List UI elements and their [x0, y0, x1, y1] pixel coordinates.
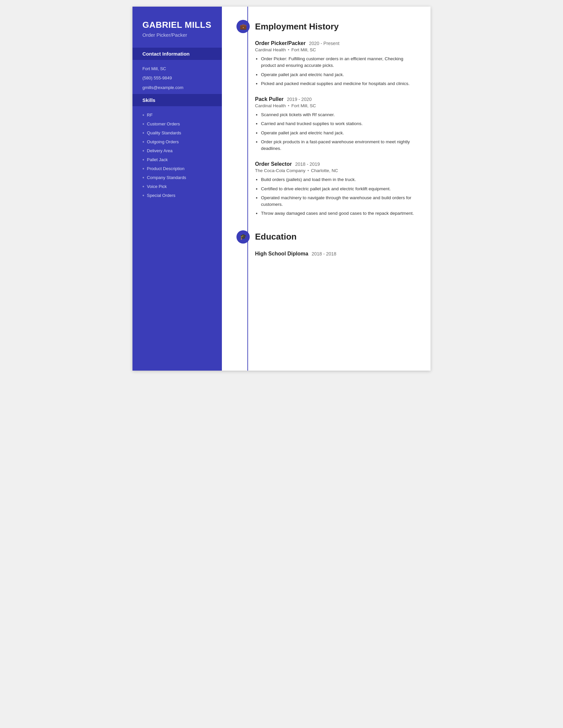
employment-section: 💼 Employment History Order Picker/Packer… — [236, 20, 416, 217]
job-location: Charlotte, NC — [311, 168, 338, 173]
skill-item: Voice Pick — [142, 184, 212, 190]
job-bullet: Operate pallet jack and electric hand ja… — [261, 130, 416, 136]
skills-section-header: Skills — [132, 94, 222, 106]
job-block: Pack Puller2019 - 2020Cardinal Health•Fo… — [236, 96, 416, 152]
job-location: Fort Mill, SC — [292, 103, 316, 108]
skill-item: RF — [142, 112, 212, 118]
employment-title: Employment History — [255, 22, 339, 32]
job-bullets-list: Scanned pick tickets with Rf scanner.Car… — [255, 112, 416, 152]
job-dates: 2019 - 2020 — [287, 97, 312, 102]
employment-header-row: 💼 Employment History — [236, 20, 416, 33]
contact-section-header: Contact Information — [132, 48, 222, 60]
job-block: Order Selector2018 - 2019The Coca-Cola C… — [236, 161, 416, 217]
job-dates: 2020 - Present — [309, 41, 340, 46]
separator-icon: • — [288, 47, 290, 52]
contact-location: Fort Mill, SC — [142, 66, 212, 72]
job-bullet: Throw away damaged cases and send good c… — [261, 210, 416, 217]
edu-dates: 2018 - 2018 — [312, 251, 337, 256]
candidate-name: GABRIEL MILLS — [142, 20, 212, 30]
job-bullet: Picked and packed medical supplies and m… — [261, 80, 416, 87]
job-bullets-list: Order Picker: Fulfilling customer orders… — [255, 56, 416, 87]
jobs-container: Order Picker/Packer2020 - PresentCardina… — [236, 40, 416, 217]
edu-degree: High School Diploma — [255, 251, 308, 257]
job-bullet: Operated machinery to navigate through t… — [261, 195, 416, 208]
job-company: Cardinal Health — [255, 103, 286, 108]
education-container: High School Diploma2018 - 2018 — [236, 251, 416, 257]
job-bullet: Carried and hand trucked supplies to wor… — [261, 120, 416, 127]
main-content: 💼 Employment History Order Picker/Packer… — [222, 7, 431, 371]
skill-item: Quality Standards — [142, 130, 212, 136]
job-company: The Coca-Cola Company — [255, 168, 305, 173]
job-bullets-list: Build orders (pallets) and load them in … — [255, 176, 416, 217]
resume-container: GABRIEL MILLS Order Picker/Packer Contac… — [132, 7, 431, 371]
skill-item: Customer Orders — [142, 121, 212, 127]
job-company-row: Cardinal Health•Fort Mill, SC — [255, 47, 416, 52]
job-dates: 2018 - 2019 — [295, 161, 320, 167]
job-title-row: Pack Puller2019 - 2020 — [255, 96, 416, 102]
job-bullet: Scanned pick tickets with Rf scanner. — [261, 112, 416, 118]
job-title: Pack Puller — [255, 96, 284, 102]
job-company-row: Cardinal Health•Fort Mill, SC — [255, 103, 416, 108]
contact-email: gmills@example.com — [142, 85, 212, 91]
job-block: Order Picker/Packer2020 - PresentCardina… — [236, 40, 416, 87]
skill-item: Special Orders — [142, 193, 212, 199]
edu-block: High School Diploma2018 - 2018 — [236, 251, 416, 257]
briefcase-icon: 💼 — [236, 20, 250, 33]
job-location: Fort Mill, SC — [292, 47, 316, 52]
skill-item: Product Description — [142, 166, 212, 172]
education-section: 🎓 Education High School Diploma2018 - 20… — [236, 230, 416, 257]
education-header-row: 🎓 Education — [236, 230, 416, 244]
education-title: Education — [255, 232, 297, 242]
skill-item: Outgoing Orders — [142, 139, 212, 145]
job-company: Cardinal Health — [255, 47, 286, 52]
sidebar: GABRIEL MILLS Order Picker/Packer Contac… — [132, 7, 222, 371]
job-bullet: Order Picker: Fulfilling customer orders… — [261, 56, 416, 69]
skill-item: Pallet Jack — [142, 157, 212, 163]
contact-phone: (580) 555-9849 — [142, 75, 212, 81]
graduation-icon: 🎓 — [236, 230, 250, 244]
job-bullet: Operate pallet jack and electric hand ja… — [261, 71, 416, 78]
job-bullet: Build orders (pallets) and load them in … — [261, 176, 416, 183]
candidate-title: Order Picker/Packer — [142, 32, 212, 38]
job-title-row: Order Picker/Packer2020 - Present — [255, 40, 416, 46]
separator-icon: • — [288, 103, 290, 108]
skill-item: Company Standards — [142, 175, 212, 181]
skill-item: Delivery Area — [142, 148, 212, 154]
job-title: Order Selector — [255, 161, 292, 167]
job-company-row: The Coca-Cola Company•Charlotte, NC — [255, 168, 416, 173]
job-bullet: Certified to drive electric pallet jack … — [261, 186, 416, 192]
edu-title-row: High School Diploma2018 - 2018 — [255, 251, 416, 257]
separator-icon: • — [307, 168, 309, 173]
job-bullet: Order pick products in a fast-paced ware… — [261, 139, 416, 152]
job-title-row: Order Selector2018 - 2019 — [255, 161, 416, 167]
job-title: Order Picker/Packer — [255, 40, 306, 46]
skills-list: RFCustomer OrdersQuality StandardsOutgoi… — [142, 112, 212, 199]
